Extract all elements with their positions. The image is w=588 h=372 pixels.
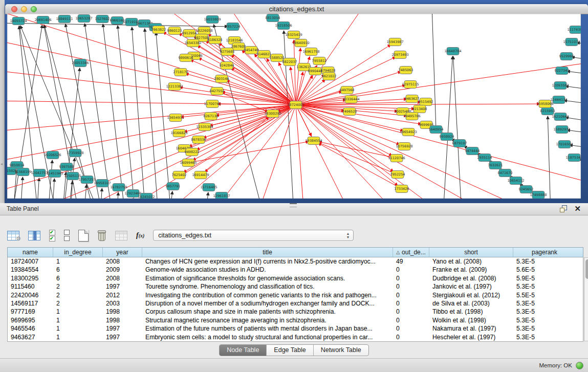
column-header-title[interactable]: title [142,248,393,257]
graph-node[interactable]: 17498888 [530,191,547,199]
graph-node[interactable]: 6879197 [452,140,467,147]
graph-node[interactable]: 16914479 [192,171,209,179]
table-cell[interactable]: 49 [393,257,429,266]
table-cell[interactable]: Estimation of significance thresholds fo… [142,274,393,282]
table-cell[interactable]: 9699695 [8,316,53,324]
graph-node[interactable]: 9890616 [179,54,193,62]
graph-node[interactable]: 7857224 [226,23,241,31]
table-cell[interactable]: 6 [53,274,103,282]
graph-node[interactable]: 11700745 [204,100,221,108]
table-cell[interactable]: Estimation of the future numbers of pati… [142,324,393,333]
table-cell[interactable]: 1 [53,333,103,341]
table-cell[interactable]: 5.3E-5 [513,324,576,333]
table-row[interactable]: 969969511998Structural magnetic resonanc… [8,316,583,324]
column-header-out_de[interactable]: △out_de... [393,248,429,257]
table-cell[interactable]: 1997 [103,282,142,291]
table-cell[interactable]: 2 [53,291,103,299]
graph-node[interactable]: 18325419 [285,31,302,39]
table-cell[interactable]: 14569117 [8,299,53,308]
table-cell[interactable]: 5.3E-5 [513,333,576,341]
graph-node[interactable]: 9242844 [220,62,234,70]
table-cell[interactable]: 0 [393,291,429,299]
graph-node[interactable]: 6966160 [110,17,125,25]
graph-node[interactable]: 18640910 [292,39,309,47]
graph-node[interactable]: 11174395 [567,26,581,34]
table-cell[interactable]: Structural magnetic resonance image aver… [142,316,393,324]
table-row[interactable]: 1830029562008Estimation of significance … [8,274,583,282]
graph-node[interactable]: 7955812 [312,57,327,65]
table-cell[interactable]: 2 [53,299,103,308]
function-builder-icon[interactable]: f(x) [136,231,144,239]
table-cell[interactable]: 2 [53,282,103,291]
graph-node[interactable]: 15892971 [553,126,570,134]
graph-node[interactable]: 11568199 [14,168,31,176]
graph-node[interactable]: 17016504 [556,141,573,148]
graph-node[interactable]: 6497568 [340,86,355,94]
panel-splitter-handle[interactable] [290,203,297,207]
table-cell[interactable]: 0 [393,274,429,282]
graph-node[interactable]: 12093582 [552,82,569,90]
table-cell[interactable]: 0 [393,282,429,291]
graph-node[interactable]: 20053346 [72,59,89,67]
table-cell[interactable]: Franke et al. (2009) [429,266,513,274]
table-row[interactable]: 1872400712008Changes of HCN gene express… [8,257,583,266]
table-row[interactable]: 911546021997Tourette syndrome. Phenomeno… [8,282,583,291]
table-cell[interactable]: Yano et al. (2008) [429,257,513,266]
graph-node[interactable]: 2935114 [477,154,492,162]
graph-node[interactable]: 14055724 [10,17,27,25]
graph-node[interactable]: 12961837 [213,192,230,199]
create-column-icon[interactable] [78,230,89,242]
table-cell[interactable]: Tibbo et al. (1998) [429,308,513,316]
table-cell[interactable]: 5.3E-5 [513,282,576,291]
graph-node[interactable]: 18300295 [264,110,281,118]
graph-node[interactable]: 18226058 [195,27,212,35]
graph-node[interactable]: 7496520 [342,108,357,116]
table-cell[interactable]: de Silva et al. (2003) [429,299,513,308]
tab-node-table[interactable]: Node Table [220,345,267,356]
graph-node[interactable]: 16210643 [552,113,569,121]
graph-node[interactable]: 9245652 [519,186,534,193]
table-cell[interactable]: 2008 [103,274,142,282]
graph-node[interactable]: 2718170 [173,69,188,76]
graph-node[interactable]: 9227343 [555,67,570,75]
table-cell[interactable]: 1998 [103,316,142,324]
graph-node[interactable]: 7952254 [390,171,405,179]
table-row[interactable]: 946362711997Embryonic stem cells: a mode… [8,333,583,341]
table-cell[interactable]: 9465546 [8,324,53,333]
graph-node[interactable]: 19384554 [305,137,322,145]
tab-network-table[interactable]: Network Table [314,345,368,356]
table-cell[interactable]: 0 [393,324,429,333]
graph-node[interactable]: 8186328 [208,36,223,44]
graph-node[interactable]: 9529966 [559,53,574,60]
table-select-dropdown[interactable]: citations_edges.txt ▲▼ [153,230,354,241]
table-cell[interactable]: 2009 [103,266,142,274]
graph-node[interactable]: 11875340 [565,154,581,162]
table-cell[interactable]: Embryonic stem cells: a model to study s… [142,333,393,341]
table-cell[interactable]: Investigating the contribution of common… [142,291,393,299]
graph-node[interactable]: 10653287 [75,15,92,23]
graph-node[interactable]: 9275685 [220,48,235,56]
graph-node[interactable]: 20973493 [391,51,408,59]
table-cell[interactable]: 5.3E-5 [513,316,576,324]
network-window-titlebar[interactable]: citations_edges.txt [5,4,588,14]
table-row[interactable]: 1938455462009Genome-wide association stu… [8,266,583,274]
graph-node[interactable]: 18849111 [56,15,73,23]
tab-edge-table[interactable]: Edge Table [267,345,313,356]
column-header-in_degree[interactable]: in_degree [53,248,103,257]
delete-column-icon[interactable] [97,230,106,241]
column-header-year[interactable]: year [103,248,142,257]
scrollbar-thumb[interactable] [585,259,588,279]
graph-node[interactable]: 8215953 [540,107,555,115]
network-view-window[interactable]: citations_edges.txt 14055724206914061884… [5,4,588,203]
graph-node[interactable]: 19654923 [400,128,417,136]
table-cell[interactable]: 1998 [103,308,142,316]
graph-node[interactable]: 17957253 [78,176,95,184]
graph-node[interactable]: 9474444 [465,147,480,155]
show-columns-icon[interactable] [28,231,40,240]
select-columns-icon[interactable]: ✔✔ [49,230,55,242]
graph-node[interactable]: 12444134 [550,96,567,104]
graph-node[interactable]: 1527602 [95,15,110,23]
graph-node[interactable]: 15943987 [386,38,403,46]
graph-node[interactable]: 9515492 [419,98,433,106]
graph-node[interactable]: 16961758 [302,48,319,56]
